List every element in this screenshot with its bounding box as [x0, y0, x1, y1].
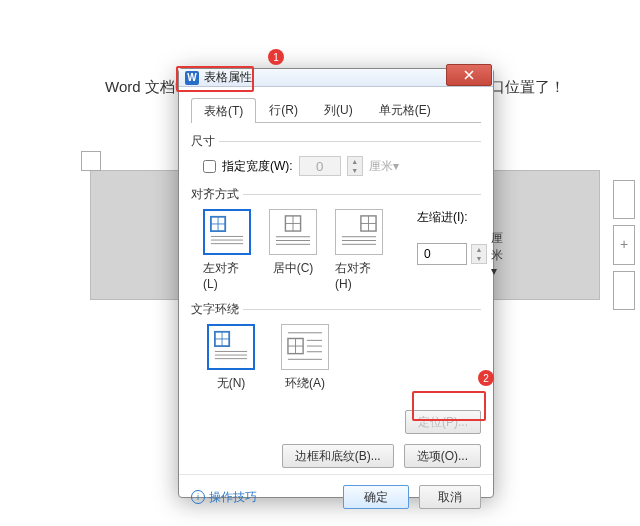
info-icon: i	[191, 490, 205, 504]
close-button[interactable]	[446, 64, 492, 86]
cancel-button[interactable]: 取消	[419, 485, 481, 509]
align-center-option[interactable]: 居中(C)	[269, 209, 317, 291]
tabs: 表格(T) 行(R) 列(U) 单元格(E)	[191, 97, 481, 123]
indent-spinner[interactable]: ▲ ▼	[471, 244, 487, 264]
preferred-width-label: 指定宽度(W):	[222, 158, 293, 175]
wrap-around-option[interactable]: 环绕(A)	[277, 324, 333, 392]
tab-column[interactable]: 列(U)	[311, 97, 366, 122]
footer-buttons: 确定 取消	[343, 485, 481, 509]
spinner-down-icon: ▼	[348, 166, 362, 175]
spinner-up-icon: ▲	[348, 157, 362, 166]
wrap-none-option[interactable]: 无(N)	[203, 324, 259, 392]
wrap-section-label: 文字环绕	[191, 301, 481, 318]
preferred-width-checkbox[interactable]	[203, 160, 216, 173]
spinner-down-icon: ▼	[472, 254, 486, 263]
position-row: 定位(P)...	[191, 410, 481, 434]
wrap-none-label: 无(N)	[217, 375, 246, 392]
align-right-icon	[335, 209, 383, 255]
tab-row[interactable]: 行(R)	[256, 97, 311, 122]
wrap-around-icon	[281, 324, 329, 370]
tips-label: 操作技巧	[209, 489, 257, 506]
sidebar-cell-plus[interactable]: +	[613, 225, 635, 264]
indent-input[interactable]	[417, 243, 467, 265]
dialog-body: 表格(T) 行(R) 列(U) 单元格(E) 尺寸 指定宽度(W): ▲ ▼ 厘…	[179, 87, 493, 474]
right-sidebar: +	[613, 180, 635, 310]
indent-unit[interactable]: 厘米▾	[491, 230, 503, 278]
close-icon	[464, 70, 474, 80]
bottom-buttons-row: 边框和底纹(B)... 选项(O)...	[191, 444, 481, 468]
word-icon: W	[185, 71, 199, 85]
spinner-up-icon: ▲	[472, 245, 486, 254]
alignment-row: 左对齐(L) 居中(C) 右对齐(H) 左缩进(I): ▲	[203, 209, 481, 291]
align-center-icon	[269, 209, 317, 255]
borders-shading-button[interactable]: 边框和底纹(B)...	[282, 444, 394, 468]
wrap-around-label: 环绕(A)	[285, 375, 325, 392]
align-center-label: 居中(C)	[273, 260, 314, 277]
tab-table[interactable]: 表格(T)	[191, 98, 256, 123]
align-right-label: 右对齐(H)	[335, 260, 383, 291]
width-spinner: ▲ ▼	[347, 156, 363, 176]
width-unit: 厘米▾	[369, 158, 399, 175]
size-section-label: 尺寸	[191, 133, 481, 150]
doc-text-right: 口位置了！	[490, 78, 565, 97]
wrap-row: 无(N) 环绕(A)	[203, 324, 481, 392]
sidebar-cell[interactable]	[613, 180, 635, 219]
align-left-option[interactable]: 左对齐(L)	[203, 209, 251, 291]
preferred-width-input	[299, 156, 341, 176]
align-left-icon	[203, 209, 251, 255]
align-left-label: 左对齐(L)	[203, 260, 251, 291]
dialog-footer: i 操作技巧 确定 取消	[179, 474, 493, 519]
tab-cell[interactable]: 单元格(E)	[366, 97, 444, 122]
table-properties-dialog: W 表格属性 表格(T) 行(R) 列(U) 单元格(E) 尺寸 指定宽度(W)…	[178, 68, 494, 498]
options-button[interactable]: 选项(O)...	[404, 444, 481, 468]
align-right-option[interactable]: 右对齐(H)	[335, 209, 383, 291]
position-button: 定位(P)...	[405, 410, 481, 434]
ok-button[interactable]: 确定	[343, 485, 409, 509]
tips-link[interactable]: i 操作技巧	[191, 489, 257, 506]
dialog-title: 表格属性	[204, 69, 252, 86]
indent-label: 左缩进(I):	[417, 209, 503, 226]
alignment-section-label: 对齐方式	[191, 186, 481, 203]
size-row: 指定宽度(W): ▲ ▼ 厘米▾	[203, 156, 481, 176]
sidebar-cell[interactable]	[613, 271, 635, 310]
indent-block: 左缩进(I): ▲ ▼ 厘米▾	[417, 209, 503, 291]
wrap-none-icon	[207, 324, 255, 370]
annotation-badge-1: 1	[268, 49, 284, 65]
dialog-titlebar: W 表格属性	[179, 69, 493, 87]
